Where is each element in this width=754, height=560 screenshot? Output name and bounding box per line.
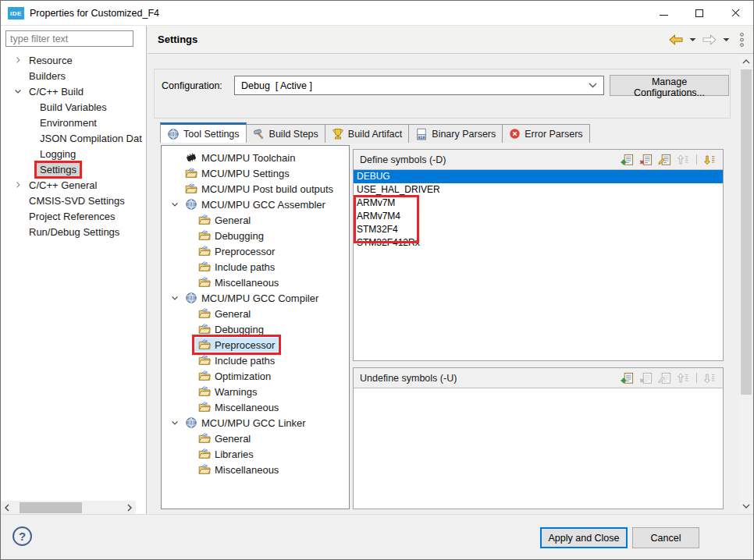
scroll-left-icon[interactable] <box>1 504 13 512</box>
view-menu-icon[interactable] <box>738 32 745 48</box>
tool-tree-item-general[interactable]: General <box>162 212 349 228</box>
apply-and-close-button[interactable]: Apply and Close <box>540 527 628 548</box>
tool-tree-item-miscellaneous[interactable]: Miscellaneous <box>162 462 349 477</box>
sidebar-item-logging[interactable]: Logging <box>1 146 145 161</box>
tool-tree-item-general[interactable]: General <box>162 306 349 321</box>
symbol-row-stm32f4[interactable]: STM32F4 <box>354 223 723 236</box>
symbol-row-debug[interactable]: DEBUG <box>354 170 723 183</box>
tool-tree-item-label: MCU/MPU GCC Assembler <box>201 199 325 211</box>
folder-tools-icon <box>198 261 211 273</box>
tool-tree-item-mcu-mpu-toolchain[interactable]: MCU/MPU Toolchain <box>162 150 349 165</box>
tab-binary-parsers[interactable]: 010Binary Parsers <box>408 124 503 143</box>
define-edit-icon[interactable] <box>658 154 671 166</box>
tool-tree-item-include-paths[interactable]: Include paths <box>162 353 349 368</box>
scroll-down-icon[interactable] <box>742 500 750 512</box>
cancel-button[interactable]: Cancel <box>632 527 699 548</box>
sidebar-item-label: C/C++ Build <box>26 85 87 98</box>
toolbar-separator <box>696 373 697 383</box>
sidebar-item-label: C/C++ General <box>26 179 100 192</box>
tool-tree-item-label: MCU/MPU Settings <box>201 168 290 179</box>
title-bar: IDE Properties for Customized_F4 <box>1 1 753 26</box>
manage-configurations-button[interactable]: Manage Configurations... <box>610 75 729 96</box>
folder-tools-icon <box>185 167 197 179</box>
folder-tools-icon <box>198 385 211 398</box>
sidebar-item-json-compilation-dat[interactable]: JSON Compilation Dat <box>1 130 145 146</box>
undefine-delete-icon <box>639 372 653 385</box>
tool-tree-item-label: Include paths <box>215 261 275 273</box>
tool-tree-item-preprocessor[interactable]: Preprocessor <box>162 243 349 259</box>
help-button[interactable]: ? <box>12 526 32 546</box>
tool-tree-item-label: MCU/MPU Post build outputs <box>201 183 333 195</box>
settings-tabs: Tool SettingsBuild StepsBuild Artifact01… <box>161 123 590 143</box>
scroll-right-icon[interactable] <box>123 504 136 512</box>
tool-tree-item-label: Include paths <box>215 355 275 367</box>
sidebar-item-label: Settings <box>37 163 80 176</box>
define-add-icon[interactable] <box>621 154 634 166</box>
sidebar-item-resource[interactable]: Resource <box>1 52 145 68</box>
tool-tree-item-libraries[interactable]: Libraries <box>162 446 349 462</box>
tool-tree-item-label: General <box>215 214 251 226</box>
sidebar-item-build-variables[interactable]: Build Variables <box>1 99 145 115</box>
undefine-add-icon[interactable] <box>621 372 634 385</box>
tool-tree-item-debugging[interactable]: Debugging <box>162 321 349 337</box>
tool-tree-item-preprocessor[interactable]: Preprocessor <box>162 337 349 353</box>
scrollbar-thumb[interactable] <box>20 502 82 513</box>
sidebar-item-builders[interactable]: Builders <box>1 68 145 83</box>
minimize-button[interactable] <box>646 1 681 25</box>
tab-tool-settings[interactable]: Tool Settings <box>160 122 247 143</box>
dialog-footer: ? Apply and Close Cancel <box>1 514 753 559</box>
define-move-down-icon[interactable] <box>703 154 717 166</box>
sidebar-item-cmsis-svd-settings[interactable]: CMSIS-SVD Settings <box>1 193 145 208</box>
forward-history-caret-icon[interactable] <box>723 37 730 42</box>
undefine-move-down-icon <box>703 372 717 385</box>
tool-tree-item-miscellaneous[interactable]: Miscellaneous <box>162 275 349 290</box>
back-history-caret-icon[interactable] <box>689 37 696 42</box>
sidebar-item-run-debug-settings[interactable]: Run/Debug Settings <box>1 224 145 239</box>
sidebar-item-project-references[interactable]: Project References <box>1 208 145 224</box>
main-vertical-scrollbar[interactable] <box>739 55 753 512</box>
tool-tree-item-mcu-mpu-gcc-linker[interactable]: MCU/MPU GCC Linker <box>162 415 349 431</box>
tool-tree-item-optimization[interactable]: Optimization <box>162 368 349 384</box>
svg-text:010: 010 <box>418 135 425 139</box>
tool-tree-item-mcu-mpu-settings[interactable]: MCU/MPU Settings <box>162 165 349 181</box>
define-delete-icon[interactable] <box>639 154 653 166</box>
chevron-down-icon <box>170 418 180 427</box>
tool-tree-item-warnings[interactable]: Warnings <box>162 384 349 399</box>
folder-tools-icon <box>198 432 211 445</box>
window-title: Properties for Customized_F4 <box>30 1 159 25</box>
define-symbols-list: DEBUGUSE_HAL_DRIVERARMv7MARMv7M4STM32F4S… <box>354 170 723 250</box>
tab-error-parsers[interactable]: Error Parsers <box>502 124 589 143</box>
scroll-up-icon[interactable] <box>742 55 750 68</box>
sidebar-item-label: JSON Compilation Dat <box>37 132 145 145</box>
tool-tree-item-mcu-mpu-post-build-outputs[interactable]: MCU/MPU Post build outputs <box>162 181 349 197</box>
scrollbar-thumb[interactable] <box>741 69 752 395</box>
tool-tree-item-miscellaneous[interactable]: Miscellaneous <box>162 399 349 415</box>
sidebar-item-c-c-general[interactable]: C/C++ General <box>1 177 145 193</box>
tool-tree-item-mcu-mpu-gcc-assembler[interactable]: MCU/MPU GCC Assembler <box>162 197 349 212</box>
symbol-row-use-hal-driver[interactable]: USE_HAL_DRIVER <box>354 183 723 197</box>
forward-icon <box>702 34 717 45</box>
tab-build-artifact[interactable]: Build Artifact <box>325 124 409 143</box>
sidebar-item-settings[interactable]: Settings <box>1 161 145 177</box>
sidebar-item-c-c-build[interactable]: C/C++ Build <box>1 83 145 99</box>
tool-tree-item-general[interactable]: General <box>162 431 349 446</box>
folder-tools-icon <box>198 307 211 320</box>
sidebar-horizontal-scrollbar[interactable] <box>1 501 136 515</box>
sidebar-item-environment[interactable]: Environment <box>1 115 145 130</box>
filter-input[interactable] <box>5 30 133 47</box>
maximize-button[interactable] <box>681 1 717 25</box>
tool-tree-item-include-paths[interactable]: Include paths <box>162 259 349 275</box>
folder-tools-icon <box>198 370 211 382</box>
tool-tree-item-debugging[interactable]: Debugging <box>162 228 349 243</box>
symbol-row-armv7m4[interactable]: ARMv7M4 <box>354 210 723 223</box>
symbol-row-armv7m[interactable]: ARMv7M <box>354 197 723 210</box>
close-button[interactable] <box>717 1 753 25</box>
folder-tools-icon <box>198 323 211 335</box>
tool-tree-item-mcu-mpu-gcc-compiler[interactable]: MCU/MPU GCC Compiler <box>162 290 349 306</box>
symbol-row-stm32f412rx[interactable]: STM32F412Rx <box>354 236 723 250</box>
tab-build-steps[interactable]: Build Steps <box>246 124 325 143</box>
tool-tree-item-label: Libraries <box>215 448 254 460</box>
error-icon <box>509 128 521 140</box>
configuration-dropdown[interactable]: Debug [ Active ] <box>234 76 604 95</box>
back-icon[interactable] <box>668 34 684 45</box>
